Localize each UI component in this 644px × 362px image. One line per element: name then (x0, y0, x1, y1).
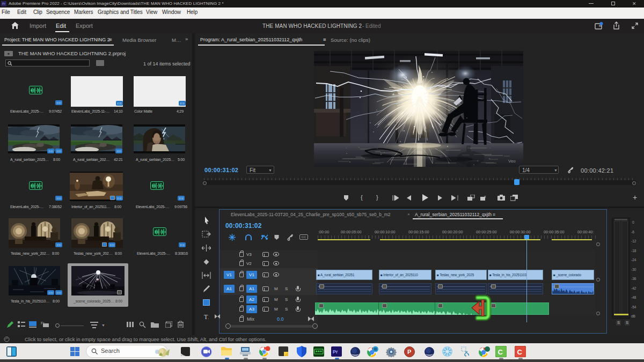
svg-text:Pr: Pr (333, 349, 338, 354)
svg-text:C: C (498, 348, 503, 356)
svg-text:C: C (517, 348, 523, 356)
svg-text:P: P (407, 349, 411, 355)
svg-text:Veo: Veo (508, 159, 516, 164)
svg-text:x: x (484, 195, 486, 198)
